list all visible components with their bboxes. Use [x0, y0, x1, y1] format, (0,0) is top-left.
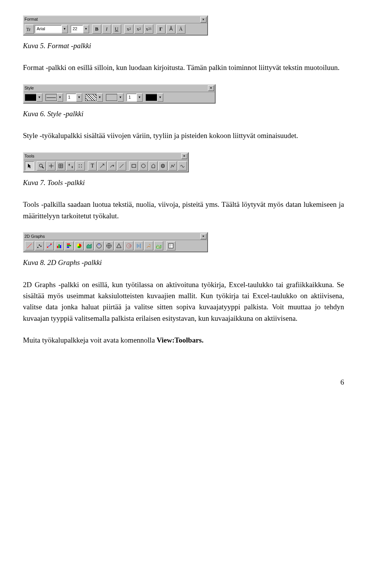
region-tool-button[interactable]: [158, 161, 167, 171]
paragraph-style: Style -työkalupalkki sisältää viivojen v…: [23, 130, 344, 141]
close-icon[interactable]: ×: [208, 85, 214, 91]
fill-pattern-swatch: [85, 94, 97, 101]
tools-toolbar: Tools × T: [23, 152, 189, 172]
close-icon[interactable]: ×: [200, 17, 206, 23]
line-color-combo[interactable]: ▼: [25, 94, 42, 101]
superscript-button[interactable]: x2: [124, 24, 133, 34]
graphs-titlebar[interactable]: 2D Graphs ×: [24, 233, 207, 240]
pie-graph-button[interactable]: [75, 241, 84, 250]
font-size-field[interactable]: 22: [71, 25, 83, 33]
tools-title: Tools: [24, 153, 34, 159]
column-graph-button[interactable]: [55, 241, 64, 250]
svg-point-40: [129, 245, 131, 247]
svg-rect-31: [67, 245, 71, 246]
arrow-tool-button[interactable]: [97, 161, 107, 171]
dropdown-icon[interactable]: ▼: [36, 93, 42, 102]
decrease-font-button[interactable]: Ā: [176, 24, 185, 34]
fill-color-swatch: [106, 94, 117, 101]
caption-8: Kuva 8. 2D Graphs -palkki: [23, 257, 344, 268]
line-style-combo[interactable]: ▼: [45, 94, 63, 101]
italic-button[interactable]: I: [102, 24, 111, 34]
tools-titlebar[interactable]: Tools ×: [24, 153, 188, 160]
dropdown-icon[interactable]: ▼: [157, 93, 163, 102]
svg-line-17: [120, 164, 123, 168]
point-color-combo[interactable]: ▼: [146, 94, 163, 101]
polyline-tool-button[interactable]: [168, 161, 177, 171]
pointer-tool-button[interactable]: [25, 161, 34, 171]
fill-pattern-combo[interactable]: ▼: [85, 94, 103, 101]
svg-point-22: [39, 245, 40, 246]
data-reader-button[interactable]: [56, 161, 65, 171]
point-size-field[interactable]: 1: [127, 94, 136, 101]
area-graph-button[interactable]: [84, 241, 94, 250]
increase-font-button[interactable]: Ǎ: [166, 24, 175, 34]
freehand-tool-button[interactable]: [178, 161, 187, 171]
caption-5: Kuva 5. Format -palkki: [23, 40, 344, 51]
scatter-graph-button[interactable]: [35, 241, 44, 250]
dropdown-icon[interactable]: ▼: [97, 93, 103, 102]
format-title: Format: [24, 16, 38, 23]
fill-area-button[interactable]: [154, 241, 163, 250]
rectangle-tool-button[interactable]: [129, 161, 138, 171]
dropdown-icon[interactable]: ▼: [62, 25, 68, 33]
zoom-tool-button[interactable]: [37, 161, 46, 171]
font-name-combo[interactable]: Arial ▼: [35, 25, 68, 33]
text-tool-button[interactable]: T: [88, 161, 97, 171]
polygon-tool-button[interactable]: [149, 161, 158, 171]
svg-point-21: [37, 247, 39, 248]
svg-text:Tr: Tr: [26, 27, 31, 32]
line-tool-button[interactable]: [117, 161, 126, 171]
close-icon[interactable]: ×: [181, 153, 187, 159]
point-size-combo[interactable]: 1 ▼: [127, 94, 143, 101]
page-number: 6: [23, 377, 344, 388]
line-graph-button[interactable]: [25, 241, 34, 250]
point-color-swatch: [146, 94, 157, 101]
svg-point-23: [41, 246, 42, 247]
dropdown-icon[interactable]: ▼: [136, 93, 143, 102]
subscript-button[interactable]: x2: [134, 24, 143, 34]
supersub-button[interactable]: x21: [144, 24, 153, 34]
underline-button[interactable]: U: [112, 24, 121, 34]
svg-rect-30: [67, 244, 70, 245]
fill-color-combo[interactable]: ▼: [106, 94, 123, 101]
template-button[interactable]: [166, 241, 175, 250]
line-width-field[interactable]: 1: [66, 94, 76, 101]
stack-line-button[interactable]: [104, 241, 114, 250]
svg-line-47: [149, 244, 151, 245]
svg-rect-32: [67, 247, 69, 248]
line-symbol-button[interactable]: [45, 241, 54, 250]
dropdown-icon[interactable]: ▼: [117, 93, 123, 102]
caption-7: Kuva 7. Tools -palkki: [23, 177, 344, 188]
circle-tool-button[interactable]: [139, 161, 148, 171]
curved-arrow-button[interactable]: [107, 161, 117, 171]
paragraph-graphs: 2D Graphs -palkki on esillä, kun työtila…: [23, 279, 344, 324]
smith-chart-button[interactable]: [124, 241, 133, 250]
polar-graph-button[interactable]: [94, 241, 104, 250]
font-name-field[interactable]: Arial: [35, 25, 62, 33]
dropdown-icon[interactable]: ▼: [57, 93, 63, 102]
ternary-graph-button[interactable]: [114, 241, 123, 250]
line-width-combo[interactable]: 1 ▼: [66, 94, 82, 101]
svg-rect-28: [58, 244, 60, 248]
draw-data-button[interactable]: [76, 161, 85, 171]
vector-button[interactable]: [144, 241, 153, 250]
hilo-button[interactable]: [134, 241, 143, 250]
greek-button[interactable]: Γ: [156, 24, 166, 34]
data-selector-button[interactable]: [66, 161, 75, 171]
style-title: Style: [24, 85, 34, 91]
dropdown-icon[interactable]: ▼: [83, 25, 89, 33]
final-text: Muita työkalupalkkeja voit avata komenno…: [23, 336, 157, 344]
svg-point-14: [79, 167, 80, 167]
svg-line-20: [27, 244, 32, 248]
dropdown-icon[interactable]: ▼: [76, 93, 82, 102]
font-preview-button[interactable]: Tr: [25, 24, 34, 34]
format-titlebar[interactable]: Format ×: [24, 16, 207, 23]
screen-reader-button[interactable]: [47, 161, 56, 171]
bold-button[interactable]: B: [92, 24, 101, 34]
style-titlebar[interactable]: Style ×: [24, 85, 215, 92]
close-icon[interactable]: ×: [200, 234, 206, 239]
font-size-combo[interactable]: 22 ▼: [71, 25, 89, 33]
bar-graph-button[interactable]: [65, 241, 74, 250]
svg-rect-29: [60, 245, 61, 248]
svg-point-15: [81, 164, 82, 165]
